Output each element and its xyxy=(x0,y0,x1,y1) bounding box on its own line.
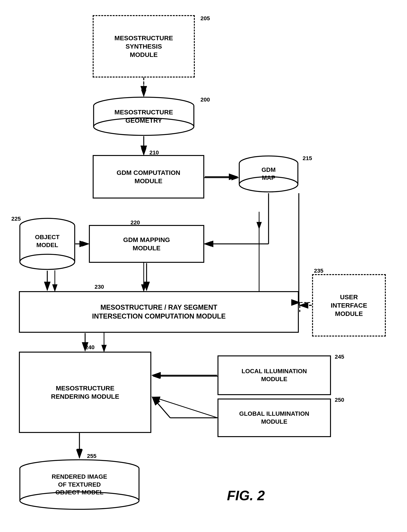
user-interface-label: USER INTERFACE MODULE xyxy=(331,293,367,318)
local-illumination-label: LOCAL ILLUMINATION MODULE xyxy=(242,367,307,383)
object-model-label: OBJECT MODEL xyxy=(19,233,76,249)
local-illumination-box: LOCAL ILLUMINATION MODULE xyxy=(218,355,331,395)
mesostructure-geometry-cylinder: MESOSTRUCTURE GEOMETRY xyxy=(93,96,195,136)
rendering-module-label: MESOSTRUCTURE RENDERING MODULE xyxy=(51,384,119,401)
object-model-cylinder: OBJECT MODEL xyxy=(19,217,76,270)
gdm-computation-box: GDM COMPUTATION MODULE xyxy=(93,155,204,199)
gdm-mapping-box: GDM MAPPING MODULE xyxy=(89,225,204,263)
ref-225: 225 xyxy=(11,216,21,222)
ref-250: 250 xyxy=(335,397,344,403)
svg-line-56 xyxy=(152,397,170,418)
gdm-computation-label: GDM COMPUTATION MODULE xyxy=(117,169,180,185)
ref-235: 235 xyxy=(314,268,323,274)
rendered-image-cylinder: RENDERED IMAGE OF TEXTURED OBJECT MODEL xyxy=(19,459,140,510)
ref-255: 255 xyxy=(87,453,96,459)
global-illumination-label: GLOBAL ILLUMINATION MODULE xyxy=(239,410,309,425)
rendering-module-box: MESOSTRUCTURE RENDERING MODULE xyxy=(19,352,151,433)
intersection-computation-label: MESOSTRUCTURE / RAY SEGMENT INTERSECTION… xyxy=(92,303,226,321)
gdm-mapping-label: GDM MAPPING MODULE xyxy=(123,236,170,252)
svg-line-15 xyxy=(153,397,218,418)
mesostructure-synthesis-box: MESOSTRUCTURE SYNTHESIS MODULE xyxy=(93,15,195,77)
ref-245: 245 xyxy=(335,354,344,360)
global-illumination-box: GLOBAL ILLUMINATION MODULE xyxy=(218,399,331,437)
rendered-image-label: RENDERED IMAGE OF TEXTURED OBJECT MODEL xyxy=(19,473,140,496)
mesostructure-geometry-label: MESOSTRUCTURE GEOMETRY xyxy=(93,108,195,125)
gdm-map-label: GDM MAP xyxy=(238,166,299,182)
ref-210: 210 xyxy=(149,149,159,156)
intersection-computation-box: MESOSTRUCTURE / RAY SEGMENT INTERSECTION… xyxy=(19,291,299,333)
ref-200: 200 xyxy=(201,96,210,103)
ref-220: 220 xyxy=(131,219,140,226)
ref-215: 215 xyxy=(303,155,312,162)
diagram-container: MESOSTRUCTURE SYNTHESIS MODULE 205 MESOS… xyxy=(0,0,407,532)
ref-230: 230 xyxy=(94,284,104,290)
svg-point-31 xyxy=(20,254,75,270)
figure-label: FIG. 2 xyxy=(227,488,265,503)
ref-240: 240 xyxy=(85,344,94,350)
gdm-map-cylinder: GDM MAP xyxy=(238,155,299,193)
user-interface-box: USER INTERFACE MODULE xyxy=(312,274,386,337)
ref-205: 205 xyxy=(201,15,210,22)
mesostructure-synthesis-label: MESOSTRUCTURE SYNTHESIS MODULE xyxy=(114,34,173,59)
